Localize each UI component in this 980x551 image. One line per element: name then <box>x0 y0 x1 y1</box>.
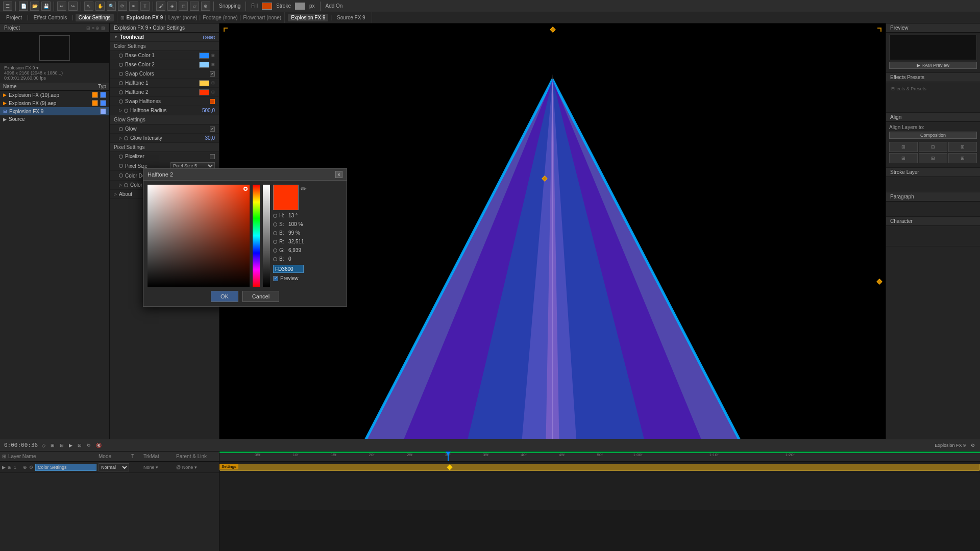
toolbar-menu[interactable]: ☰ <box>3 2 12 11</box>
undo-btn[interactable]: ↩ <box>57 2 66 11</box>
tl-btn-settings[interactable]: ⚙ <box>970 443 976 448</box>
halftone-radius-value[interactable]: 500,0 <box>202 108 215 113</box>
glow-checkbox[interactable]: ✓ <box>210 127 215 132</box>
s-radio[interactable] <box>273 222 277 227</box>
swap-colors-checkbox[interactable]: ✓ <box>210 71 215 77</box>
file-item-explosion9[interactable]: ▶ Explosion FX (9).aep <box>0 99 109 107</box>
rotate-tool[interactable]: ⟳ <box>118 2 127 11</box>
pixel-size-icon[interactable] <box>119 164 123 168</box>
tl-col-switch[interactable]: ⊞ <box>2 454 6 459</box>
dialog-cancel-btn[interactable]: Cancel <box>242 291 279 302</box>
preview-checkbox[interactable]: ✓ <box>273 276 278 281</box>
halftone-2-arrow[interactable]: ⊞ <box>211 90 215 94</box>
toonhead-arrow[interactable]: ▼ <box>114 35 118 39</box>
footage-tab[interactable]: Footage (none) <box>203 15 237 20</box>
glow-intensity-icon[interactable] <box>124 136 128 140</box>
file-item-explosion10[interactable]: ▶ Explosion FX (10).aep <box>0 91 109 99</box>
tab-color-settings[interactable]: Color Settings <box>76 14 114 21</box>
text-tool[interactable]: T <box>140 2 150 11</box>
base-color-1-arrow[interactable]: ⊞ <box>211 53 215 58</box>
base-color-1-icon[interactable] <box>119 54 123 58</box>
base-color-2-icon[interactable] <box>119 63 123 67</box>
pixelizer-icon[interactable] <box>119 155 123 159</box>
corner-handle-tl[interactable] <box>224 28 228 32</box>
flowchart-tab[interactable]: Flowchart (none) <box>243 15 281 20</box>
dialog-ok-btn[interactable]: OK <box>211 291 238 302</box>
source-tab-explosion[interactable]: Explosion FX 9 <box>288 14 328 21</box>
save-btn[interactable]: 💾 <box>41 2 51 11</box>
hand-tool[interactable]: ✋ <box>95 2 105 11</box>
comp-tab-label[interactable]: Explosion FX 9 <box>127 15 163 20</box>
tab-effect-controls[interactable]: Effect Controls <box>31 14 70 21</box>
brush-tool[interactable]: 🖌 <box>156 2 165 11</box>
align-right[interactable]: ⊞ <box>948 142 977 152</box>
halftone-radius-expand[interactable]: ▷ <box>119 108 122 113</box>
halftone-1-swatch[interactable] <box>199 80 209 86</box>
tl-layer-icon1[interactable]: ▶ <box>2 465 6 470</box>
tl-btn-play[interactable]: ▶ <box>68 443 74 448</box>
preview-ram-btn[interactable]: ▶ RAM Preview <box>889 62 977 69</box>
tl-btn-next[interactable]: ⊟ <box>59 443 65 448</box>
tl-btn-prev[interactable]: ⊞ <box>50 443 56 448</box>
halftone-1-arrow[interactable]: ⊞ <box>211 81 215 85</box>
align-center-v[interactable]: ⊞ <box>919 153 947 163</box>
pen-tool[interactable]: ✒ <box>129 2 138 11</box>
zoom-tool[interactable]: 🔍 <box>107 2 116 11</box>
align-bottom[interactable]: ⊞ <box>948 153 977 163</box>
glow-intensity-expand[interactable]: ▷ <box>119 136 122 140</box>
tl-mode-dropdown[interactable]: Normal <box>99 463 129 471</box>
swap-halftones-checkbox[interactable] <box>210 99 215 104</box>
dialog-close-btn[interactable]: × <box>335 171 342 178</box>
halftone-2-swatch[interactable] <box>199 89 209 95</box>
b-radio[interactable] <box>273 231 277 235</box>
composition-align-btn[interactable]: Composition <box>889 132 977 139</box>
file-item-explosion9-comp[interactable]: ⊞ Explosion FX 9 <box>0 107 109 115</box>
eyedropper-btn[interactable]: ✏ <box>301 185 307 193</box>
shape-tool[interactable]: ▱ <box>190 2 199 11</box>
color-settings-track[interactable]: Settings <box>219 462 980 473</box>
color-depth-intensity-expand[interactable]: ▷ <box>119 183 122 187</box>
b2-radio[interactable] <box>273 257 277 261</box>
tl-btn-mute[interactable]: 🔇 <box>95 443 103 448</box>
halftone-radius-icon[interactable] <box>124 109 128 113</box>
dialog-titlebar[interactable]: Halftone 2 × <box>143 169 347 181</box>
timeline-right-panel[interactable]: 05f 10f 15f 20f 25f 30f 35f 40f 45f 50f … <box>219 452 980 551</box>
base-color-2-swatch[interactable] <box>199 62 209 68</box>
base-color-2-arrow[interactable]: ⊞ <box>211 62 215 67</box>
hex-input[interactable] <box>273 265 304 273</box>
tl-layer-name-badge[interactable]: Color Settings <box>35 464 96 471</box>
alpha-strip[interactable] <box>263 185 270 287</box>
new-project-btn[interactable]: 📄 <box>19 2 28 11</box>
color-depth-icon[interactable] <box>119 173 123 178</box>
select-tool[interactable]: ↖ <box>84 2 93 11</box>
work-area-bar[interactable] <box>219 452 980 453</box>
puppet-tool[interactable]: ⊕ <box>201 2 210 11</box>
swap-colors-icon[interactable] <box>119 72 123 76</box>
glow-intensity-value[interactable]: 30,0 <box>205 135 215 141</box>
tl-btn-stop[interactable]: ⊡ <box>77 443 83 448</box>
align-top[interactable]: ⊞ <box>889 153 918 163</box>
color-gradient-picker[interactable] <box>148 185 250 287</box>
tl-layer-icon2[interactable]: ⊞ <box>8 465 12 470</box>
layer-tab[interactable]: Layer (none) <box>168 15 198 20</box>
halftone-2-icon[interactable] <box>119 90 123 94</box>
redo-btn[interactable]: ↪ <box>68 2 78 11</box>
hue-strip[interactable] <box>253 185 260 287</box>
stamp-tool[interactable]: ◈ <box>167 2 177 11</box>
stroke-color-swatch[interactable] <box>295 3 305 10</box>
align-center-h[interactable]: ⊟ <box>919 142 947 152</box>
halftone-1-icon[interactable] <box>119 81 123 85</box>
swap-halftones-icon[interactable] <box>119 99 123 104</box>
tl-btn-keyframe[interactable]: ◇ <box>41 443 46 448</box>
tab-project[interactable]: Project <box>3 14 25 21</box>
source-tab-source[interactable]: Source FX 9 <box>334 14 369 21</box>
tl-layer-icon3[interactable]: ⊕ <box>23 465 27 470</box>
glow-icon[interactable] <box>119 127 123 131</box>
color-depth-intensity-icon[interactable] <box>124 183 128 187</box>
open-btn[interactable]: 📂 <box>30 2 39 11</box>
pixelizer-checkbox[interactable] <box>210 154 215 159</box>
eraser-tool[interactable]: ◻ <box>179 2 188 11</box>
file-item-source[interactable]: ▶ Source <box>0 115 109 123</box>
corner-handle-tr[interactable] <box>877 28 881 32</box>
h-radio[interactable] <box>273 214 277 218</box>
